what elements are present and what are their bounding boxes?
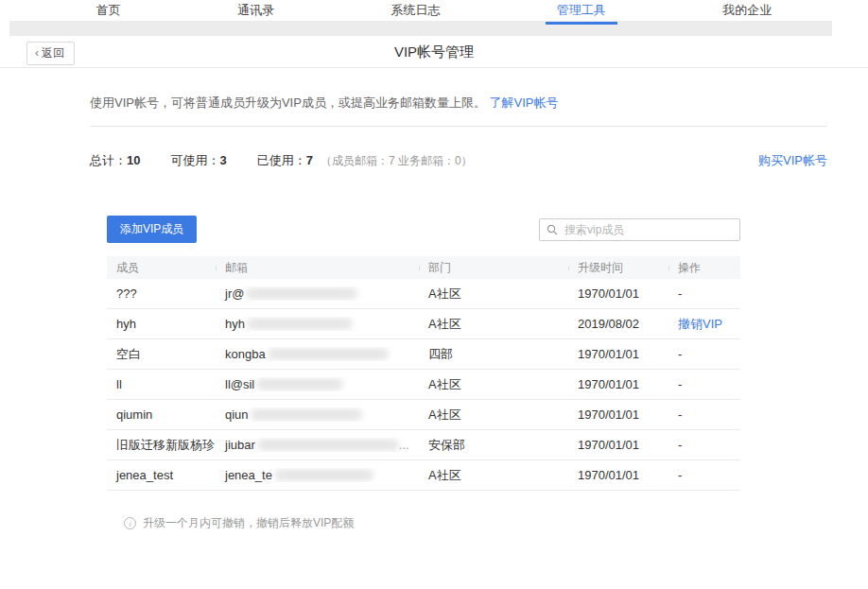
footnote: i 升级一个月内可撤销，撤销后释放VIP配额 xyxy=(124,515,740,531)
email-prefix: hyh xyxy=(225,317,245,331)
cell-department: A社区 xyxy=(419,316,568,333)
table-row: hyhhyhA社区2019/08/02撤销VIP xyxy=(107,309,740,339)
action-none: - xyxy=(678,438,682,452)
cell-department: A社区 xyxy=(419,407,568,424)
cell-action: - xyxy=(668,407,740,422)
page-header: ‹返回 VIP帐号管理 xyxy=(0,36,868,68)
cell-department: 四部 xyxy=(419,346,568,363)
cell-email: qiun xyxy=(216,407,419,422)
email-ellipsis: ... xyxy=(399,438,409,452)
email-prefix: jr@ xyxy=(225,286,244,301)
cell-member: 空白 xyxy=(107,346,216,363)
email-redacted-blur xyxy=(256,378,343,390)
footnote-text: 升级一个月内可撤销，撤销后释放VIP配额 xyxy=(143,515,354,531)
cell-member: 旧版迁移新版杨珍 xyxy=(107,437,216,454)
column-header-upgrade-time: 升级时间 xyxy=(568,260,668,276)
column-header-action: 操作 xyxy=(668,260,740,276)
cell-department: 安保部 xyxy=(419,437,568,454)
cell-member: qiumin xyxy=(107,407,216,422)
table-row: qiuminqiunA社区1970/01/01- xyxy=(107,400,740,430)
cell-action: - xyxy=(668,468,740,482)
cell-member: hyh xyxy=(107,317,216,331)
stat-used-detail: （成员邮箱：7 业务邮箱：0） xyxy=(321,153,473,169)
action-none: - xyxy=(678,347,682,361)
nav-item-system-log[interactable]: 系统日志 xyxy=(385,0,445,21)
email-prefix: kongba xyxy=(225,347,266,361)
intro-description: 使用VIP帐号，可将普通成员升级为VIP成员，或提高业务邮箱数量上限。 xyxy=(90,95,486,110)
cell-email: kongba xyxy=(216,347,419,361)
cell-action: - xyxy=(668,377,740,391)
stat-available: 可使用：3 xyxy=(170,152,226,169)
email-redacted-blur xyxy=(257,439,399,451)
cell-action: 撤销VIP xyxy=(668,316,740,333)
cell-email: jiubar... xyxy=(216,438,419,452)
cell-email: jr@ xyxy=(216,286,419,301)
action-none: - xyxy=(678,377,682,391)
email-prefix: ll@sil xyxy=(225,377,254,391)
email-prefix: qiun xyxy=(225,407,249,422)
nav-underline-bar xyxy=(9,21,832,36)
column-header-email: 邮箱 xyxy=(216,260,419,276)
nav-item-admin-tools[interactable]: 管理工具 xyxy=(551,0,612,21)
cell-upgrade-time: 1970/01/01 xyxy=(568,438,668,452)
action-none: - xyxy=(678,468,682,482)
cell-upgrade-time: 1970/01/01 xyxy=(568,286,668,301)
search-icon xyxy=(547,224,558,235)
cell-action: - xyxy=(668,438,740,452)
page-title: VIP帐号管理 xyxy=(0,43,868,61)
table-row: ???jr@A社区1970/01/01- xyxy=(107,279,740,309)
search-input[interactable] xyxy=(539,218,740,241)
buy-vip-link[interactable]: 购买VIP帐号 xyxy=(758,152,827,169)
cell-member: ??? xyxy=(107,286,216,301)
cell-upgrade-time: 1970/01/01 xyxy=(568,377,668,391)
nav-item-home[interactable]: 首页 xyxy=(91,0,127,21)
table-toolbar: 添加VIP成员 xyxy=(107,216,740,243)
column-header-department: 部门 xyxy=(419,260,568,276)
email-redacted-blur xyxy=(268,348,389,360)
cell-upgrade-time: 2019/08/02 xyxy=(568,317,668,331)
quota-stats: 总计：10 可使用：3 已使用：7 （成员邮箱：7 业务邮箱：0） 购买VIP帐… xyxy=(90,152,827,169)
stat-used: 已使用：7 xyxy=(257,152,313,169)
section-divider xyxy=(90,126,827,127)
cell-upgrade-time: 1970/01/01 xyxy=(568,347,668,361)
nav-item-contacts[interactable]: 通讯录 xyxy=(232,0,280,21)
action-none: - xyxy=(678,407,682,422)
cell-department: A社区 xyxy=(419,376,568,393)
cell-upgrade-time: 1970/01/01 xyxy=(568,407,668,422)
email-redacted-blur xyxy=(274,469,373,481)
email-prefix: jenea_te xyxy=(225,468,272,482)
cell-action: - xyxy=(668,286,740,301)
vip-member-table: 成员 邮箱 部门 升级时间 操作 ???jr@A社区1970/01/01-hyh… xyxy=(107,256,740,491)
cell-action: - xyxy=(668,347,740,361)
top-nav: 首页 通讯录 系统日志 管理工具 我的企业 xyxy=(0,0,868,21)
revoke-vip-link[interactable]: 撤销VIP xyxy=(678,317,722,331)
table-body: ???jr@A社区1970/01/01-hyhhyhA社区2019/08/02撤… xyxy=(107,279,740,491)
column-header-member: 成员 xyxy=(107,260,216,276)
intro-text: 使用VIP帐号，可将普通成员升级为VIP成员，或提高业务邮箱数量上限。 了解VI… xyxy=(90,95,827,112)
info-icon: i xyxy=(124,517,136,529)
cell-department: A社区 xyxy=(419,286,568,303)
table-row: jenea_testjenea_teA社区1970/01/01- xyxy=(107,460,740,491)
table-row: llll@silA社区1970/01/01- xyxy=(107,370,740,400)
cell-upgrade-time: 1970/01/01 xyxy=(568,468,668,482)
cell-member: ll xyxy=(107,377,216,391)
search-box xyxy=(539,218,740,241)
table-row: 空白kongba四部1970/01/01- xyxy=(107,339,740,370)
nav-item-my-enterprise[interactable]: 我的企业 xyxy=(717,0,777,21)
stat-total: 总计：10 xyxy=(90,152,140,169)
email-prefix: jiubar xyxy=(225,438,255,452)
email-redacted-blur xyxy=(247,318,353,330)
add-vip-member-button[interactable]: 添加VIP成员 xyxy=(107,216,197,243)
cell-member: jenea_test xyxy=(107,468,216,482)
email-redacted-blur xyxy=(251,408,362,421)
cell-department: A社区 xyxy=(419,467,568,484)
learn-vip-link[interactable]: 了解VIP帐号 xyxy=(490,95,559,110)
cell-email: hyh xyxy=(216,317,419,331)
table-row: 旧版迁移新版杨珍jiubar...安保部1970/01/01- xyxy=(107,430,740,460)
action-none: - xyxy=(678,286,682,301)
email-redacted-blur xyxy=(246,287,357,300)
cell-email: ll@sil xyxy=(216,377,419,391)
table-header: 成员 邮箱 部门 升级时间 操作 xyxy=(107,256,740,279)
cell-email: jenea_te xyxy=(216,468,419,482)
